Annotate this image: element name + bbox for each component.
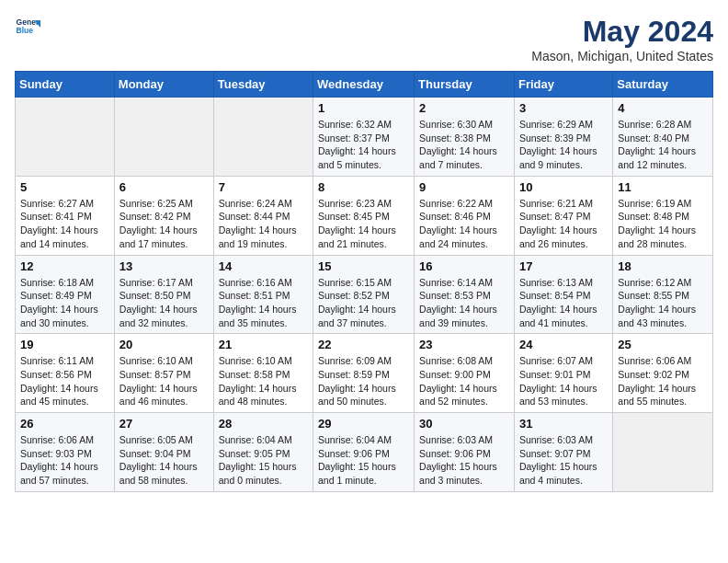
day-info: Sunrise: 6:15 AMSunset: 8:52 PMDaylight:… <box>318 276 409 330</box>
day-info: Sunrise: 6:29 AMSunset: 8:39 PMDaylight:… <box>519 118 608 172</box>
day-info: Sunrise: 6:03 AMSunset: 9:06 PMDaylight:… <box>419 433 509 488</box>
calendar-cell: 31Sunrise: 6:03 AMSunset: 9:07 PMDayligh… <box>514 413 612 492</box>
week-row-5: 26Sunrise: 6:06 AMSunset: 9:03 PMDayligh… <box>16 413 713 492</box>
location: Mason, Michigan, United States <box>531 49 713 63</box>
calendar-cell <box>16 98 115 177</box>
day-number: 20 <box>119 338 209 351</box>
day-info: Sunrise: 6:10 AMSunset: 8:57 PMDaylight:… <box>119 354 209 408</box>
day-number: 28 <box>219 417 308 431</box>
day-number: 8 <box>318 180 409 194</box>
day-info: Sunrise: 6:08 AMSunset: 9:00 PMDaylight:… <box>419 354 509 408</box>
day-number: 9 <box>419 180 509 194</box>
calendar-cell: 18Sunrise: 6:12 AMSunset: 8:55 PMDayligh… <box>613 255 713 334</box>
calendar-cell: 22Sunrise: 6:09 AMSunset: 8:59 PMDayligh… <box>313 334 415 413</box>
calendar-cell: 11Sunrise: 6:19 AMSunset: 8:48 PMDayligh… <box>613 176 713 255</box>
calendar-cell: 16Sunrise: 6:14 AMSunset: 8:53 PMDayligh… <box>415 255 515 334</box>
svg-text:Blue: Blue <box>17 26 34 35</box>
day-info: Sunrise: 6:25 AMSunset: 8:42 PMDaylight:… <box>119 197 209 251</box>
calendar-cell: 20Sunrise: 6:10 AMSunset: 8:57 PMDayligh… <box>114 334 213 413</box>
day-number: 18 <box>618 259 708 273</box>
day-number: 23 <box>419 338 509 351</box>
day-info: Sunrise: 6:13 AMSunset: 8:54 PMDaylight:… <box>519 276 608 330</box>
day-number: 14 <box>219 259 308 273</box>
page-header: General Blue May 2024 Mason, Michigan, U… <box>15 15 713 63</box>
weekday-header-monday: Monday <box>114 72 213 98</box>
weekday-header-sunday: Sunday <box>16 72 115 98</box>
day-number: 3 <box>519 101 608 115</box>
day-number: 30 <box>419 417 509 431</box>
calendar-table: SundayMondayTuesdayWednesdayThursdayFrid… <box>15 71 713 492</box>
calendar-cell: 15Sunrise: 6:15 AMSunset: 8:52 PMDayligh… <box>313 255 415 334</box>
day-info: Sunrise: 6:07 AMSunset: 9:01 PMDaylight:… <box>519 354 608 408</box>
calendar-cell: 30Sunrise: 6:03 AMSunset: 9:06 PMDayligh… <box>415 413 515 492</box>
calendar-cell: 21Sunrise: 6:10 AMSunset: 8:58 PMDayligh… <box>213 334 313 413</box>
calendar-cell: 10Sunrise: 6:21 AMSunset: 8:47 PMDayligh… <box>514 176 612 255</box>
calendar-cell: 13Sunrise: 6:17 AMSunset: 8:50 PMDayligh… <box>114 255 213 334</box>
day-number: 21 <box>219 338 308 351</box>
calendar-cell: 26Sunrise: 6:06 AMSunset: 9:03 PMDayligh… <box>16 413 115 492</box>
day-info: Sunrise: 6:18 AMSunset: 8:49 PMDaylight:… <box>20 276 109 330</box>
title-area: May 2024 Mason, Michigan, United States <box>531 15 713 63</box>
week-row-4: 19Sunrise: 6:11 AMSunset: 8:56 PMDayligh… <box>16 334 713 413</box>
week-row-3: 12Sunrise: 6:18 AMSunset: 8:49 PMDayligh… <box>16 255 713 334</box>
day-number: 19 <box>20 338 109 351</box>
weekday-header-friday: Friday <box>514 72 612 98</box>
calendar-cell: 8Sunrise: 6:23 AMSunset: 8:45 PMDaylight… <box>313 176 415 255</box>
calendar-cell: 23Sunrise: 6:08 AMSunset: 9:00 PMDayligh… <box>415 334 515 413</box>
day-info: Sunrise: 6:16 AMSunset: 8:51 PMDaylight:… <box>219 276 308 330</box>
calendar-cell: 27Sunrise: 6:05 AMSunset: 9:04 PMDayligh… <box>114 413 213 492</box>
calendar-cell: 24Sunrise: 6:07 AMSunset: 9:01 PMDayligh… <box>514 334 612 413</box>
day-info: Sunrise: 6:14 AMSunset: 8:53 PMDaylight:… <box>419 276 509 330</box>
logo: General Blue <box>15 15 40 40</box>
day-number: 15 <box>318 259 409 273</box>
calendar-cell: 28Sunrise: 6:04 AMSunset: 9:05 PMDayligh… <box>213 413 313 492</box>
day-number: 10 <box>519 180 608 194</box>
weekday-header-saturday: Saturday <box>613 72 713 98</box>
week-row-1: 1Sunrise: 6:32 AMSunset: 8:37 PMDaylight… <box>16 98 713 177</box>
weekday-header-tuesday: Tuesday <box>213 72 313 98</box>
calendar-cell: 5Sunrise: 6:27 AMSunset: 8:41 PMDaylight… <box>16 176 115 255</box>
day-number: 7 <box>219 180 308 194</box>
day-info: Sunrise: 6:23 AMSunset: 8:45 PMDaylight:… <box>318 197 409 251</box>
calendar-cell: 3Sunrise: 6:29 AMSunset: 8:39 PMDaylight… <box>514 98 612 177</box>
day-info: Sunrise: 6:21 AMSunset: 8:47 PMDaylight:… <box>519 197 608 251</box>
day-number: 29 <box>318 417 409 431</box>
day-info: Sunrise: 6:27 AMSunset: 8:41 PMDaylight:… <box>20 197 109 251</box>
day-info: Sunrise: 6:04 AMSunset: 9:05 PMDaylight:… <box>219 433 308 488</box>
calendar-cell: 29Sunrise: 6:04 AMSunset: 9:06 PMDayligh… <box>313 413 415 492</box>
calendar-cell <box>213 98 313 177</box>
day-number: 2 <box>419 101 509 115</box>
day-number: 24 <box>519 338 608 351</box>
calendar-cell: 4Sunrise: 6:28 AMSunset: 8:40 PMDaylight… <box>613 98 713 177</box>
day-number: 13 <box>119 259 209 273</box>
day-info: Sunrise: 6:05 AMSunset: 9:04 PMDaylight:… <box>119 433 209 488</box>
day-number: 5 <box>20 180 109 194</box>
day-info: Sunrise: 6:03 AMSunset: 9:07 PMDaylight:… <box>519 433 608 488</box>
logo-icon: General Blue <box>15 15 40 40</box>
calendar-cell: 1Sunrise: 6:32 AMSunset: 8:37 PMDaylight… <box>313 98 415 177</box>
calendar-cell: 2Sunrise: 6:30 AMSunset: 8:38 PMDaylight… <box>415 98 515 177</box>
month-title: May 2024 <box>531 15 713 49</box>
calendar-cell: 25Sunrise: 6:06 AMSunset: 9:02 PMDayligh… <box>613 334 713 413</box>
day-info: Sunrise: 6:06 AMSunset: 9:02 PMDaylight:… <box>618 354 708 408</box>
day-info: Sunrise: 6:09 AMSunset: 8:59 PMDaylight:… <box>318 354 409 408</box>
day-number: 12 <box>20 259 109 273</box>
day-info: Sunrise: 6:19 AMSunset: 8:48 PMDaylight:… <box>618 197 708 251</box>
day-info: Sunrise: 6:28 AMSunset: 8:40 PMDaylight:… <box>618 118 708 172</box>
day-number: 6 <box>119 180 209 194</box>
day-info: Sunrise: 6:24 AMSunset: 8:44 PMDaylight:… <box>219 197 308 251</box>
day-number: 16 <box>419 259 509 273</box>
weekday-header-thursday: Thursday <box>415 72 515 98</box>
calendar-cell: 9Sunrise: 6:22 AMSunset: 8:46 PMDaylight… <box>415 176 515 255</box>
weekday-header-row: SundayMondayTuesdayWednesdayThursdayFrid… <box>16 72 713 98</box>
calendar-cell: 7Sunrise: 6:24 AMSunset: 8:44 PMDaylight… <box>213 176 313 255</box>
day-info: Sunrise: 6:11 AMSunset: 8:56 PMDaylight:… <box>20 354 109 408</box>
day-number: 22 <box>318 338 409 351</box>
week-row-2: 5Sunrise: 6:27 AMSunset: 8:41 PMDaylight… <box>16 176 713 255</box>
calendar-cell: 12Sunrise: 6:18 AMSunset: 8:49 PMDayligh… <box>16 255 115 334</box>
weekday-header-wednesday: Wednesday <box>313 72 415 98</box>
day-info: Sunrise: 6:30 AMSunset: 8:38 PMDaylight:… <box>419 118 509 172</box>
day-number: 1 <box>318 101 409 115</box>
calendar-cell <box>114 98 213 177</box>
calendar-cell: 19Sunrise: 6:11 AMSunset: 8:56 PMDayligh… <box>16 334 115 413</box>
